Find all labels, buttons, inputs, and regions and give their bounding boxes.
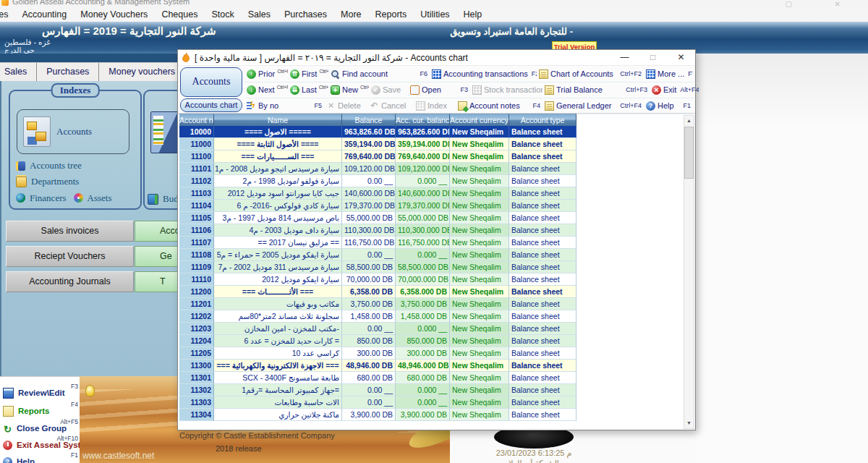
- cell-account-no: 11105: [179, 212, 214, 224]
- column-header[interactable]: Account currency: [450, 114, 509, 126]
- cell-acc-cur-balance: 58,500.000 DB: [396, 261, 450, 273]
- new[interactable]: New Ctrl+Ins: [328, 82, 369, 98]
- table-row[interactable]: 11103 جيب كايا سورانتو اسود موديل 2012 1…: [179, 187, 577, 200]
- menu-item[interactable]: Purchases: [284, 9, 327, 20]
- cell-balance: 3,900.00 DB: [342, 409, 396, 421]
- accounting-transactions[interactable]: Accounting transactions F2: [430, 66, 537, 82]
- delete[interactable]: Delete: [324, 98, 367, 114]
- menu-item[interactable]: Accounting: [22, 9, 67, 20]
- journals-icon[interactable]: [150, 111, 181, 153]
- table-row[interactable]: 11107 == مزليق نيسان 2017 == 116,750.00 …: [179, 237, 577, 249]
- table-row[interactable]: 11100 === الســــــيارات === 769,640.00 …: [179, 150, 577, 163]
- table-row[interactable]: 11108 سيارة ايفكو موديل 2005 = حمراء = م…: [179, 249, 577, 261]
- menu-item[interactable]: Cheques: [161, 9, 197, 20]
- table-row[interactable]: 11204 = كارات حديد للمخزن = عدد 6 850.00…: [179, 335, 577, 347]
- menu-item[interactable]: Utilities: [420, 9, 449, 20]
- menu-item[interactable]: Reports: [375, 9, 407, 20]
- table-row[interactable]: 11301 طابعة سامسونج SCX - 3400F 680.00 D…: [179, 372, 577, 384]
- table-row[interactable]: 11000 ==== الأصول الثابتة ==== 359,194.0…: [179, 138, 577, 150]
- close-group[interactable]: Close Group Alt+F5: [3, 421, 80, 436]
- menu-shortcut: Alt+F10: [56, 435, 78, 442]
- open[interactable]: Open F3: [408, 82, 470, 98]
- help[interactable]: Help F1: [3, 454, 80, 463]
- cell-balance: 3,750.00 DB: [342, 298, 396, 310]
- menu-item[interactable]: Stock: [211, 9, 234, 20]
- main-window-controls[interactable]: ▢ ✕: [785, 0, 861, 7]
- table-row[interactable]: 11106 سيارة داف موديل 2003 - م4 110,300.…: [179, 224, 577, 237]
- table-row[interactable]: 11104 سيارة كادي فولوكس -2016- م 6 179,3…: [179, 200, 577, 212]
- index-item[interactable]: Departments: [16, 176, 79, 187]
- vertical-scrollbar[interactable]: ▲ ▼: [684, 115, 694, 429]
- by-no[interactable]: By no F5: [244, 98, 324, 114]
- menu-item[interactable]: Money Vouchers: [80, 9, 148, 20]
- account-notes[interactable]: Account notes F4: [456, 98, 542, 114]
- menu-item[interactable]: Help: [464, 9, 482, 20]
- cell-account-no: 11101: [179, 163, 214, 175]
- more[interactable]: More ... F7: [644, 66, 693, 82]
- stock-transactions[interactable]: Stock transactions: [470, 82, 542, 98]
- table-row[interactable]: 11109 سيارة مرسيدس 311 موديل 2002 - م7 5…: [179, 261, 577, 273]
- maximize-button[interactable]: □: [639, 50, 667, 65]
- tab-accounts-chart[interactable]: Accounts chart: [180, 98, 242, 112]
- chart-of-accounts[interactable]: Chart of Accounts Ctrl+F2: [537, 66, 644, 82]
- column-header[interactable]: Account no: [179, 114, 214, 126]
- table-row[interactable]: 10000 ===== الاصول ==== 963,826.60 DB 96…: [179, 126, 577, 138]
- column-header[interactable]: Name: [214, 114, 342, 126]
- action-button[interactable]: Accounting Journals: [6, 271, 134, 292]
- column-header[interactable]: Account type: [509, 114, 576, 126]
- last[interactable]: Last Ctrl+End: [288, 82, 328, 98]
- action-button[interactable]: Reciept Vouchers: [6, 246, 134, 267]
- workspace-tab[interactable]: Purchases: [37, 63, 99, 82]
- table-row[interactable]: 11304 ماكنة جلاتين حراري 3,900.00 DB 3,9…: [179, 409, 577, 421]
- table-row[interactable]: 11203 -مكتب للمخزن - امين المخازن 0.00 _…: [179, 323, 577, 335]
- workspace-tab[interactable]: Sales: [0, 63, 37, 82]
- toolbar-icon: [290, 85, 299, 95]
- index-item[interactable]: Financers: [16, 192, 67, 204]
- exit[interactable]: Exit Alt+F4: [650, 82, 699, 98]
- workspace-tab[interactable]: Money vouchers: [99, 63, 185, 82]
- trial-balance[interactable]: Trial Balance Ctrl+F3: [542, 82, 650, 98]
- cancel[interactable]: Cancel: [367, 98, 414, 114]
- reports[interactable]: Reports F4: [3, 404, 80, 418]
- table-row[interactable]: 11302 =جهاز كمبيوتر المحاسبة =رقم1 0.00 …: [179, 384, 577, 396]
- table-row[interactable]: 11205 كراسي عدد 10 300.00 DB 300.000 DB …: [179, 347, 577, 360]
- next[interactable]: Next Ctrl+PgDn: [244, 82, 288, 98]
- first[interactable]: First Ctrl+Home: [288, 66, 328, 82]
- tab-accounts[interactable]: Accounts: [180, 67, 242, 97]
- index-item[interactable]: Assets: [74, 192, 112, 204]
- menu-item[interactable]: More: [341, 9, 361, 20]
- cell-account-type: Balance sheet: [509, 224, 576, 237]
- table-row[interactable]: 11110 سيارة ايفكو موديل 2012 70,000.00 D…: [179, 273, 577, 286]
- menu-item[interactable]: Files: [0, 9, 8, 20]
- prior[interactable]: Prior Ctrl+PgUp: [244, 66, 288, 82]
- index[interactable]: Index: [414, 98, 456, 114]
- table-row[interactable]: 11102 سيارة فولفو /موديل 1998 - م2 0.00 …: [179, 175, 577, 187]
- general-ledger[interactable]: General Ledger Ctrl+F4: [542, 98, 644, 114]
- table-row[interactable]: 11105 باص مرسيدس 814 موديل 1997 - م3 55,…: [179, 212, 577, 224]
- help[interactable]: Help F1: [644, 98, 693, 114]
- close-button[interactable]: ✕: [667, 50, 695, 65]
- exit-asseal-system[interactable]: Exit Asseal System Alt+F10: [3, 438, 80, 452]
- toolbar-icon: [331, 85, 340, 95]
- menu-item[interactable]: Sales: [248, 9, 271, 20]
- find-account[interactable]: Find account F6: [328, 66, 430, 82]
- table-row[interactable]: 11303 الات حاسبة وطابعات 0.00 __ 0.000 _…: [179, 396, 577, 409]
- table-row[interactable]: 11201 مكاتب وبو فيهات 3,750.00 DB 3,750.…: [179, 298, 577, 310]
- column-header[interactable]: Acc. cur. balance: [396, 114, 450, 126]
- dialog-titlebar[interactable]: شركة النور التجارية = ٢٠١٩ = الفهارس [ س…: [178, 50, 695, 66]
- index-item[interactable]: Accounts tree: [16, 160, 82, 171]
- table-row[interactable]: 11300 === الاجهزة الالكترونية والكهربائي…: [179, 360, 577, 372]
- scroll-down-arrow[interactable]: ▼: [684, 418, 694, 428]
- cell-name: الات حاسبة وطابعات: [214, 396, 342, 409]
- table-row[interactable]: 11200 === الأثــــــــــاث === 6,358.00 …: [179, 286, 577, 298]
- minimize-button[interactable]: —: [610, 50, 639, 65]
- scroll-up-arrow[interactable]: ▲: [684, 116, 694, 126]
- action-button[interactable]: Sales invoices: [6, 221, 134, 242]
- table-row[interactable]: 11101 سيارة مرسيدس اتيجو موديل 2008 - م1…: [179, 163, 577, 175]
- column-header[interactable]: Balance: [342, 114, 396, 126]
- review-edit[interactable]: Review\Edit F3: [3, 386, 80, 400]
- scrollbar-thumb[interactable]: [684, 127, 694, 179]
- save[interactable]: Save: [369, 82, 408, 98]
- table-row[interactable]: 11202 سجلونة ثلاث مساند 2متر*80سم 1,458.…: [179, 310, 577, 323]
- accounts-button[interactable]: Accounts: [17, 109, 129, 154]
